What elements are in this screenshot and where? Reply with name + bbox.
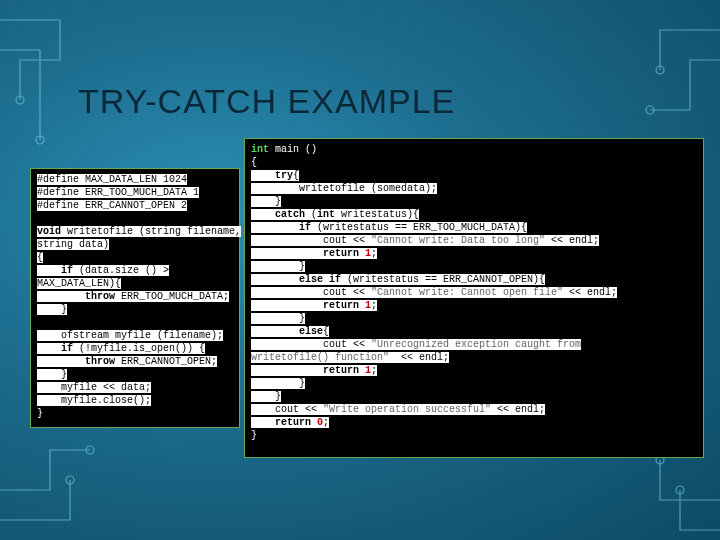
svg-point-1 bbox=[36, 136, 44, 144]
svg-point-4 bbox=[656, 66, 664, 74]
svg-point-5 bbox=[646, 106, 654, 114]
svg-point-7 bbox=[676, 486, 684, 494]
slide-title: TRY-CATCH EXAMPLE bbox=[78, 82, 455, 121]
code-block-left: #define MAX_DATA_LEN 1024 #define ERR_TO… bbox=[30, 168, 240, 428]
svg-point-2 bbox=[86, 446, 94, 454]
code-block-right: int main () { try{ writetofile (somedata… bbox=[244, 138, 704, 458]
svg-point-3 bbox=[66, 476, 74, 484]
code-left-content: #define MAX_DATA_LEN 1024 #define ERR_TO… bbox=[37, 173, 233, 420]
svg-point-0 bbox=[16, 96, 24, 104]
code-right-content: int main () { try{ writetofile (somedata… bbox=[251, 143, 697, 442]
